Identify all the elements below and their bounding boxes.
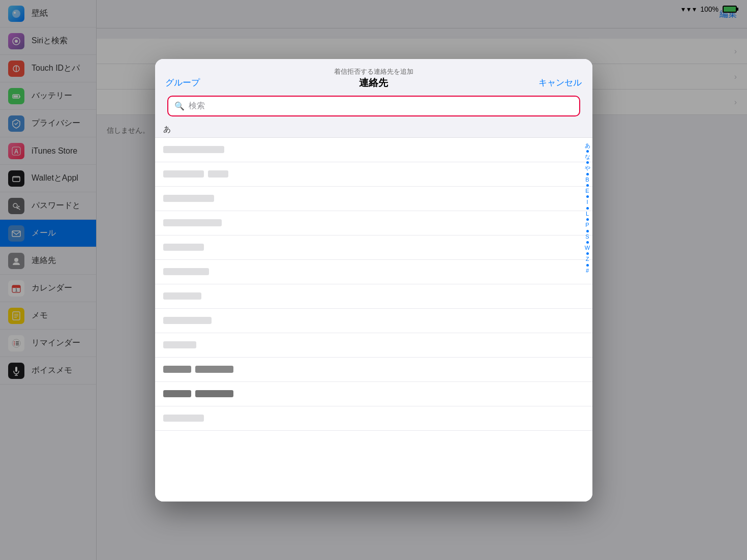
contact-name — [163, 244, 204, 251]
contact-row[interactable] — [155, 162, 592, 187]
index-char-s[interactable]: S — [585, 233, 589, 241]
modal-header: 着信拒否する連絡先を追加 グループ 連絡先 キャンセル 🔍 検索 — [155, 59, 592, 122]
contact-row[interactable] — [155, 309, 592, 333]
contact-name — [163, 317, 212, 324]
search-container: 🔍 検索 — [165, 96, 582, 122]
search-icon: 🔍 — [174, 101, 185, 111]
contact-name — [163, 292, 201, 300]
index-char-w[interactable]: W — [585, 244, 590, 252]
index-dot — [586, 230, 589, 232]
index-char-b[interactable]: B — [585, 176, 589, 184]
contact-row[interactable] — [155, 358, 592, 382]
index-dot — [586, 150, 589, 153]
contact-row[interactable] — [155, 406, 592, 431]
index-char-na[interactable]: な — [585, 153, 590, 161]
index-char-ya[interactable]: や — [585, 164, 590, 172]
modal-nav-title: 連絡先 — [304, 76, 443, 90]
index-char-hash[interactable]: # — [586, 267, 589, 275]
contact-name-part2 — [195, 390, 233, 397]
index-char-z[interactable]: Z — [586, 255, 589, 263]
index-dot — [586, 207, 589, 210]
contact-name-part2 — [195, 366, 233, 373]
cancel-button[interactable]: キャンセル — [443, 77, 582, 89]
index-dot — [586, 173, 589, 175]
index-char-l[interactable]: L — [586, 210, 589, 218]
index-dot — [586, 241, 589, 244]
contact-name — [163, 341, 196, 348]
index-char-p[interactable]: P — [585, 221, 589, 229]
index-bar: あ な や B E I L P S W Z — [585, 142, 590, 481]
contact-row[interactable] — [155, 333, 592, 358]
index-dot — [586, 264, 589, 267]
contact-row[interactable] — [155, 382, 592, 406]
modal-title: 着信拒否する連絡先を追加 — [165, 67, 582, 76]
contact-row[interactable] — [155, 187, 592, 211]
section-header-label: あ — [163, 125, 171, 133]
search-bar[interactable]: 🔍 検索 — [167, 96, 580, 116]
contact-name-part2 — [208, 170, 228, 178]
contact-list[interactable]: あ — [155, 122, 592, 502]
contact-name — [163, 146, 224, 153]
contact-name — [163, 219, 222, 226]
contact-row[interactable] — [155, 138, 592, 162]
index-dot — [586, 218, 589, 221]
group-button[interactable]: グループ — [165, 77, 304, 89]
index-dot — [586, 195, 589, 198]
modal-overlay: 着信拒否する連絡先を追加 グループ 連絡先 キャンセル 🔍 検索 あ — [0, 0, 747, 560]
section-header-a: あ — [155, 122, 592, 138]
contact-row[interactable] — [155, 284, 592, 309]
contact-row[interactable] — [155, 260, 592, 284]
contact-name — [163, 170, 204, 178]
contact-name — [163, 366, 191, 373]
modal-title-bar: グループ 連絡先 キャンセル — [165, 76, 582, 90]
contact-row[interactable] — [155, 211, 592, 235]
contact-name — [163, 268, 209, 275]
contacts-modal: 着信拒否する連絡先を追加 グループ 連絡先 キャンセル 🔍 検索 あ — [155, 59, 592, 502]
index-char-a[interactable]: あ — [585, 142, 590, 150]
index-dot — [586, 252, 589, 255]
index-dot — [586, 161, 589, 164]
index-char-i[interactable]: I — [586, 198, 588, 206]
contact-row[interactable] — [155, 235, 592, 260]
index-char-e[interactable]: E — [585, 187, 589, 195]
search-placeholder: 検索 — [189, 101, 205, 111]
index-dot — [586, 184, 589, 187]
contact-name — [163, 415, 204, 422]
contact-name — [163, 195, 214, 202]
contact-name — [163, 390, 191, 397]
